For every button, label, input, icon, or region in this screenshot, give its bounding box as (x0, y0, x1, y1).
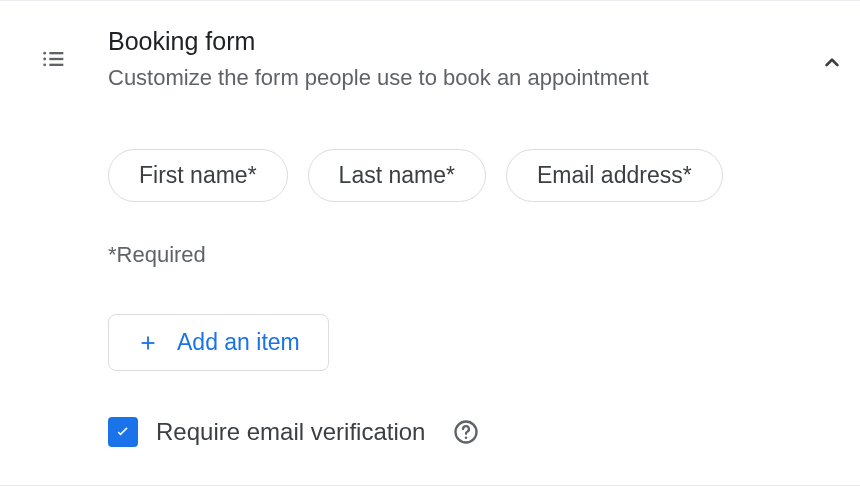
section-title: Booking form (108, 25, 780, 57)
field-chip-email[interactable]: Email address* (506, 149, 723, 202)
svg-rect-5 (49, 64, 63, 66)
svg-point-7 (465, 437, 468, 440)
plus-icon (137, 332, 159, 354)
collapse-button[interactable] (816, 49, 848, 81)
svg-rect-4 (49, 58, 63, 60)
section-icon-column (0, 25, 108, 77)
svg-point-2 (43, 63, 46, 66)
svg-rect-3 (49, 52, 63, 54)
chip-label: Last name* (339, 164, 455, 187)
field-chip-last-name[interactable]: Last name* (308, 149, 486, 202)
section-body: Booking form Customize the form people u… (108, 25, 804, 447)
add-item-button[interactable]: Add an item (108, 314, 329, 371)
booking-form-section: Booking form Customize the form people u… (0, 0, 860, 486)
required-note: *Required (108, 242, 780, 268)
section-caret-column (804, 25, 860, 81)
chip-label: Email address* (537, 164, 692, 187)
email-verification-row: Require email verification (108, 417, 780, 447)
email-verification-label: Require email verification (156, 418, 425, 446)
field-chip-first-name[interactable]: First name* (108, 149, 288, 202)
help-icon[interactable] (451, 417, 481, 447)
svg-point-1 (43, 58, 46, 61)
email-verification-checkbox[interactable] (108, 417, 138, 447)
section-subtitle: Customize the form people use to book an… (108, 63, 780, 93)
chevron-up-icon (819, 50, 845, 80)
svg-point-0 (43, 52, 46, 55)
form-list-icon (40, 45, 68, 77)
form-field-chips: First name* Last name* Email address* (108, 149, 780, 202)
add-item-label: Add an item (177, 329, 300, 356)
chip-label: First name* (139, 164, 257, 187)
